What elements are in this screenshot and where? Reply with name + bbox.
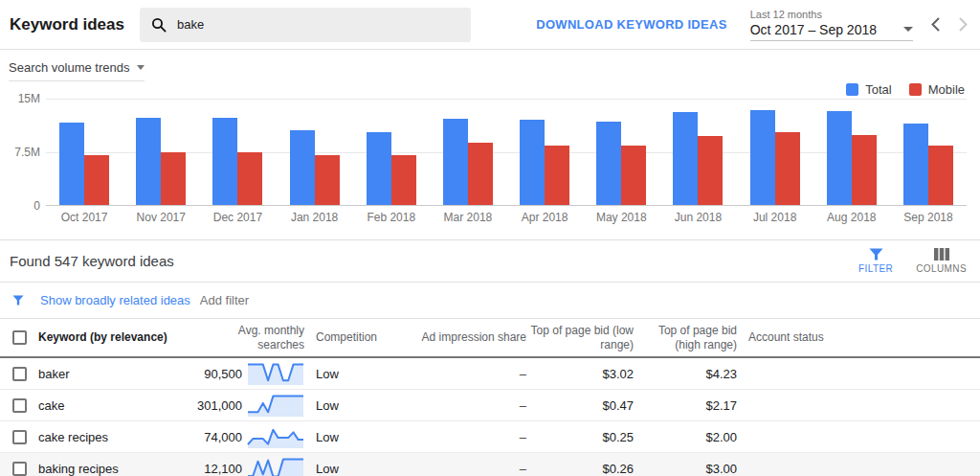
filter-bar: Show broadly related ideas Add filter <box>0 283 980 319</box>
total-bar[interactable] <box>212 118 237 206</box>
add-filter-button[interactable]: Add filter <box>200 293 249 307</box>
caret-down-icon <box>137 65 145 70</box>
table-row[interactable]: cake 301,000 Low – $0.47 $2.17 <box>0 390 980 421</box>
top-bid-high-cell: $4.23 <box>634 367 737 381</box>
next-period-button[interactable] <box>958 17 969 32</box>
top-bid-low-cell: $0.25 <box>526 430 634 444</box>
chevron-down-icon <box>903 27 913 32</box>
total-bar[interactable] <box>136 118 161 206</box>
x-tick-label: Aug 2018 <box>813 211 890 224</box>
x-tick-label: Jan 2018 <box>277 211 353 224</box>
y-tick-label: 15M <box>18 92 40 105</box>
mobile-bar[interactable] <box>237 152 262 206</box>
total-bar[interactable] <box>520 120 545 206</box>
legend-swatch <box>846 83 858 96</box>
column-header-account-status[interactable]: Account status <box>737 330 980 345</box>
table-row[interactable]: baking recipes 12,100 Low – $0.26 $3.00 <box>0 453 980 476</box>
y-tick-label: 0 <box>33 199 40 213</box>
download-keyword-ideas-button[interactable]: DOWNLOAD KEYWORD IDEAS <box>536 17 726 32</box>
previous-period-button[interactable] <box>930 17 941 32</box>
mobile-bar[interactable] <box>315 155 340 206</box>
top-bid-low-cell: $3.02 <box>526 367 634 381</box>
filter-funnel-icon <box>869 248 883 261</box>
chart-x-axis-line <box>46 205 967 206</box>
mobile-bar[interactable] <box>545 146 569 206</box>
column-header-avg-monthly-searches[interactable]: Avg. monthly searches <box>201 324 304 352</box>
competition-cell: Low <box>304 398 412 413</box>
select-all-checkbox[interactable] <box>12 330 27 345</box>
columns-button-label: COLUMNS <box>916 263 967 274</box>
row-checkbox[interactable] <box>12 367 27 381</box>
search-icon <box>151 17 167 33</box>
table-row[interactable]: baker 90,500 Low – $3.02 $4.23 <box>0 358 980 390</box>
mobile-bar[interactable] <box>468 143 493 206</box>
avg-monthly-searches-cell: 301,000 <box>197 398 242 413</box>
search-input[interactable] <box>177 17 459 32</box>
chart-section-divider <box>0 230 980 240</box>
avg-monthly-searches-cell: 12,100 <box>201 462 242 476</box>
row-checkbox[interactable] <box>12 462 27 476</box>
total-bar[interactable] <box>596 122 621 206</box>
mobile-bar[interactable] <box>161 152 186 206</box>
x-tick-label: Nov 2017 <box>122 211 199 224</box>
found-keywords-count: Found 547 keyword ideas <box>10 253 174 269</box>
chart-y-axis: 15M7.5M0 <box>0 99 40 206</box>
page-title: Keyword ideas <box>10 15 124 34</box>
ad-impression-share-cell: – <box>412 367 526 381</box>
top-bid-low-cell: $0.47 <box>526 398 634 413</box>
mobile-bar[interactable] <box>775 132 800 206</box>
bar-group-apr-2018 <box>506 99 583 206</box>
competition-cell: Low <box>304 367 412 381</box>
mobile-bar[interactable] <box>698 136 723 206</box>
bar-chart: TotalMobile 15M7.5M0 Oct 2017Nov 2017Dec… <box>0 99 967 230</box>
total-bar[interactable] <box>827 111 852 206</box>
mobile-bar[interactable] <box>391 155 416 206</box>
table-row[interactable]: cake recipes 74,000 Low – $0.25 $2.00 <box>0 421 980 453</box>
column-header-ad-impression-share[interactable]: Ad impression share <box>412 330 526 345</box>
chart-bars <box>46 99 967 206</box>
date-range-preset-label: Last 12 months <box>750 9 913 20</box>
total-bar[interactable] <box>443 119 468 206</box>
column-header-top-bid-low[interactable]: Top of page bid (low range) <box>526 324 634 352</box>
competition-cell: Low <box>304 430 412 444</box>
trends-dropdown[interactable]: Search volume trends <box>9 60 145 81</box>
legend-item-total[interactable]: Total <box>846 82 891 97</box>
legend-label: Total <box>865 82 891 97</box>
x-tick-label: Oct 2017 <box>46 211 122 224</box>
trend-sparkline <box>247 393 304 418</box>
trend-sparkline <box>247 456 304 476</box>
x-tick-label: Mar 2018 <box>430 211 506 224</box>
column-header-competition[interactable]: Competition <box>304 330 412 345</box>
trend-sparkline <box>247 424 304 449</box>
total-bar[interactable] <box>903 124 928 206</box>
legend-item-mobile[interactable]: Mobile <box>909 82 965 97</box>
columns-button[interactable]: COLUMNS <box>916 248 967 274</box>
mobile-bar[interactable] <box>621 146 646 206</box>
legend-swatch <box>909 83 922 96</box>
column-header-keyword[interactable]: Keyword (by relevance) <box>38 330 201 345</box>
top-bid-low-cell: $0.26 <box>526 462 634 476</box>
ad-impression-share-cell: – <box>412 462 526 476</box>
bar-group-jul-2018 <box>737 99 813 206</box>
date-range-selector[interactable]: Last 12 months Oct 2017 – Sep 2018 <box>750 9 913 41</box>
mobile-bar[interactable] <box>852 135 877 206</box>
mobile-bar[interactable] <box>928 146 953 207</box>
results-summary-bar: Found 547 keyword ideas FILTER COLUMNS <box>0 240 980 283</box>
ad-impression-share-cell: – <box>412 398 526 413</box>
row-checkbox[interactable] <box>12 430 27 444</box>
top-bar-right: DOWNLOAD KEYWORD IDEAS Last 12 months Oc… <box>536 9 969 41</box>
bar-group-feb-2018 <box>353 99 430 206</box>
filter-button[interactable]: FILTER <box>858 248 893 274</box>
total-bar[interactable] <box>673 112 698 206</box>
column-header-top-bid-high[interactable]: Top of page bid (high range) <box>634 324 737 352</box>
bar-group-jan-2018 <box>277 99 353 206</box>
total-bar[interactable] <box>367 132 391 206</box>
search-box[interactable] <box>140 8 471 42</box>
top-bid-high-cell: $2.00 <box>634 430 737 444</box>
row-checkbox[interactable] <box>12 398 27 413</box>
show-broadly-related-ideas-link[interactable]: Show broadly related ideas <box>40 293 190 307</box>
total-bar[interactable] <box>750 110 775 206</box>
mobile-bar[interactable] <box>84 155 109 206</box>
total-bar[interactable] <box>290 130 315 206</box>
total-bar[interactable] <box>59 123 84 206</box>
